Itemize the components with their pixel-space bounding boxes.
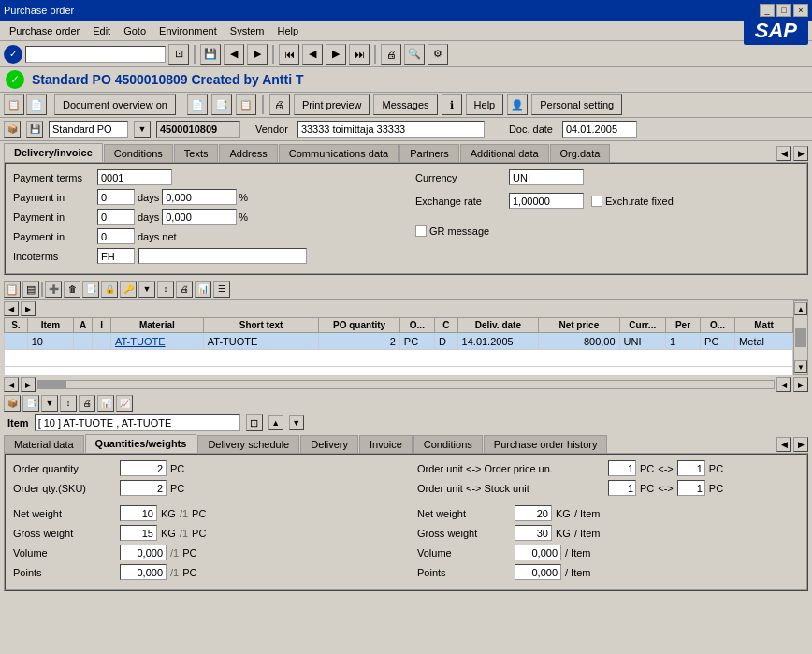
tab-lower-conditions[interactable]: Conditions bbox=[413, 435, 483, 453]
menu-environment[interactable]: Environment bbox=[153, 23, 223, 38]
tab-quantities-weights[interactable]: Quantities/weights bbox=[85, 434, 197, 453]
payment-in-days-3[interactable] bbox=[97, 228, 135, 244]
volume-input[interactable] bbox=[120, 545, 167, 560]
h-scroll-left[interactable]: ◀ bbox=[4, 377, 19, 392]
delete-row-btn[interactable]: 🗑 bbox=[64, 281, 80, 298]
filter-btn[interactable]: ▼ bbox=[138, 281, 155, 298]
messages-button[interactable]: Messages bbox=[373, 94, 437, 115]
volume-right-input[interactable] bbox=[515, 545, 561, 560]
tab-invoice[interactable]: Invoice bbox=[359, 435, 413, 453]
menu-system[interactable]: System bbox=[225, 23, 270, 38]
print-btn[interactable]: 🖨 bbox=[381, 44, 401, 65]
tab-orgdata[interactable]: Org.data bbox=[550, 144, 611, 162]
back-btn[interactable]: ◀ bbox=[224, 44, 244, 65]
points-input[interactable] bbox=[120, 564, 167, 580]
tab-prev-btn[interactable]: ◀ bbox=[776, 146, 791, 161]
tab-partners[interactable]: Partners bbox=[399, 144, 459, 162]
incoterms-input[interactable] bbox=[97, 248, 135, 264]
order-unit-price-val1[interactable] bbox=[608, 460, 636, 476]
po-number-input[interactable] bbox=[156, 121, 240, 138]
command-run-btn[interactable]: ⊡ bbox=[168, 44, 189, 65]
material-link[interactable]: AT-TUOTE bbox=[115, 336, 166, 347]
add-row-btn[interactable]: ➕ bbox=[45, 281, 62, 298]
print-table-btn[interactable]: 🖨 bbox=[176, 281, 193, 298]
prev-btn[interactable]: ◀ bbox=[302, 44, 323, 65]
po-type-dropdown[interactable]: ▼ bbox=[134, 121, 151, 138]
table-scroll-up[interactable]: ▲ bbox=[794, 302, 807, 315]
order-qty-input[interactable] bbox=[120, 460, 167, 476]
command-input[interactable] bbox=[25, 46, 166, 63]
order-qty-sku-input[interactable] bbox=[120, 480, 167, 496]
table-scroll-right[interactable]: ▶ bbox=[21, 301, 36, 316]
copy-icon[interactable]: 📑 bbox=[211, 94, 232, 115]
gr-message-checkbox[interactable] bbox=[415, 225, 427, 237]
tab-delivery-invoice[interactable]: Delivery/invoice bbox=[4, 143, 103, 162]
h-scroll-end-right[interactable]: ▶ bbox=[793, 377, 808, 392]
net-weight-right-input[interactable] bbox=[515, 505, 552, 521]
tab-po-history[interactable]: Purchase order history bbox=[484, 435, 608, 453]
find-btn[interactable]: 🔍 bbox=[404, 44, 425, 65]
payment-terms-input[interactable] bbox=[97, 169, 172, 185]
payment-in-amount-1[interactable] bbox=[162, 189, 237, 205]
menu-help[interactable]: Help bbox=[272, 23, 305, 38]
last-btn[interactable]: ⏭ bbox=[349, 44, 370, 65]
personal-setting-button[interactable]: Personal setting bbox=[531, 94, 622, 115]
h-scroll-end-left[interactable]: ◀ bbox=[776, 377, 791, 392]
print-preview-icon[interactable]: 🖨 bbox=[269, 94, 290, 115]
po-type-input[interactable] bbox=[49, 121, 128, 138]
save-btn[interactable]: 💾 bbox=[200, 44, 221, 65]
points-right-input[interactable] bbox=[515, 564, 561, 580]
payment-in-days-2[interactable] bbox=[97, 209, 135, 225]
net-weight-input[interactable] bbox=[120, 505, 157, 521]
exch-fixed-checkbox[interactable] bbox=[591, 196, 602, 207]
order-unit-price-val2[interactable] bbox=[677, 460, 705, 476]
tab-material-data[interactable]: Material data bbox=[4, 435, 84, 453]
item-expand-btn[interactable]: ⊡ bbox=[246, 414, 263, 431]
minimize-button[interactable]: _ bbox=[760, 4, 775, 17]
close-button[interactable]: × bbox=[793, 4, 808, 17]
export-btn[interactable]: 📊 bbox=[195, 281, 211, 298]
h-scrollbar[interactable] bbox=[37, 380, 775, 389]
select-all-btn[interactable]: ☰ bbox=[213, 281, 230, 298]
lower-tab-prev-btn[interactable]: ◀ bbox=[776, 437, 791, 452]
item-value-input[interactable] bbox=[35, 414, 240, 431]
next-btn[interactable]: ▶ bbox=[326, 44, 346, 65]
item-down-btn[interactable]: ▼ bbox=[289, 415, 304, 430]
copy-row-btn[interactable]: 📑 bbox=[82, 281, 99, 298]
tab-texts[interactable]: Texts bbox=[174, 144, 219, 162]
vendor-input[interactable] bbox=[297, 121, 485, 138]
print-preview-button[interactable]: Print preview bbox=[294, 94, 370, 115]
payment-in-days-1[interactable] bbox=[97, 189, 135, 205]
maximize-button[interactable]: □ bbox=[776, 4, 791, 17]
order-unit-stock-val1[interactable] bbox=[608, 480, 636, 496]
incoterms-desc-input[interactable] bbox=[138, 248, 307, 264]
item-up-btn[interactable]: ▲ bbox=[268, 415, 283, 430]
tab-additional[interactable]: Additional data bbox=[460, 144, 549, 162]
personal-icon[interactable]: 👤 bbox=[507, 94, 528, 115]
help-button[interactable]: Help bbox=[466, 94, 504, 115]
payment-in-amount-2[interactable] bbox=[162, 209, 237, 225]
table-scroll-left[interactable]: ◀ bbox=[4, 301, 19, 316]
table-scroll-down[interactable]: ▼ bbox=[794, 360, 807, 373]
sort-btn[interactable]: ↕ bbox=[157, 281, 174, 298]
exchange-rate-input[interactable] bbox=[509, 193, 584, 209]
tab-next-btn[interactable]: ▶ bbox=[793, 146, 808, 161]
tab-address[interactable]: Address bbox=[219, 144, 277, 162]
menu-purchase-order[interactable]: Purchase order bbox=[4, 23, 85, 38]
order-unit-stock-val2[interactable] bbox=[677, 480, 705, 496]
tab-communications[interactable]: Communications data bbox=[279, 144, 399, 162]
doc-overview-button[interactable]: Document overview on bbox=[54, 94, 176, 115]
h-scroll-right[interactable]: ▶ bbox=[21, 377, 36, 392]
currency-input[interactable] bbox=[509, 169, 584, 185]
gross-weight-input[interactable] bbox=[120, 525, 157, 541]
cell-material[interactable]: AT-TUOTE bbox=[110, 333, 203, 350]
paste-icon[interactable]: 📋 bbox=[236, 94, 256, 115]
gross-weight-right-input[interactable] bbox=[515, 525, 552, 541]
menu-goto[interactable]: Goto bbox=[118, 23, 152, 38]
new-icon[interactable]: 📄 bbox=[187, 94, 208, 115]
table-row[interactable]: 10 AT-TUOTE AT-TUOTE 2 PC D 14.01.2005 8… bbox=[5, 333, 793, 350]
settings-btn[interactable]: ⚙ bbox=[428, 44, 448, 65]
tab-delivery[interactable]: Delivery bbox=[300, 435, 358, 453]
info-icon[interactable]: ℹ bbox=[442, 94, 462, 115]
first-btn[interactable]: ⏮ bbox=[279, 44, 299, 65]
